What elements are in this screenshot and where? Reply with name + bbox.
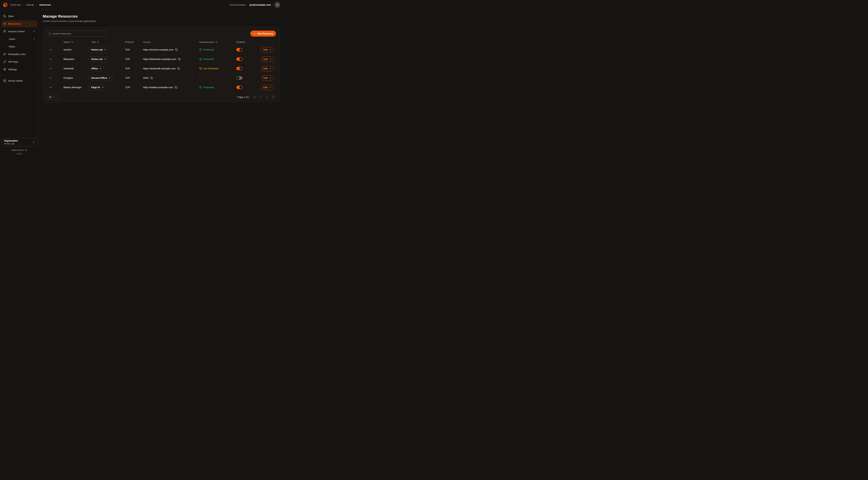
auth-status: Protected (199, 86, 214, 89)
sidebar-item-shareable-links[interactable]: Shareable Links (1, 51, 37, 58)
sort-icon (71, 41, 73, 43)
add-resource-button[interactable]: Add Resource (250, 31, 276, 36)
row-menu-icon[interactable] (49, 48, 52, 51)
sidebar-item-server-admin[interactable]: Server Admin (1, 77, 37, 84)
site-link[interactable]: Home Lab (89, 47, 108, 53)
breadcrumb-section[interactable]: settings (26, 3, 34, 6)
row-menu-icon[interactable] (49, 77, 52, 80)
open-source-link[interactable]: Open Source (1, 149, 37, 151)
sidebar-item-roles[interactable]: Roles (1, 43, 37, 50)
enabled-toggle[interactable] (236, 57, 243, 61)
sidebar-item-label: Roles (9, 45, 15, 48)
organization-selector[interactable]: Organization Home Lab (2, 138, 37, 146)
edit-button[interactable]: Edit (261, 75, 274, 81)
auth-status: Not Protected (199, 67, 218, 70)
copy-icon[interactable] (175, 86, 178, 89)
server-icon (3, 79, 6, 82)
external-link-icon (25, 149, 27, 151)
chevron-right-icon (36, 4, 38, 6)
table-row: Bitwarden Home Lab TCP https://bitwarden… (46, 54, 276, 64)
sidebar-item-resources[interactable]: Resources (1, 20, 37, 27)
auth-status: Protected (199, 48, 214, 51)
enabled-toggle[interactable] (236, 67, 243, 70)
sidebar-item-sites[interactable]: Sites (1, 13, 37, 20)
enabled-toggle[interactable] (236, 76, 243, 80)
copy-icon[interactable] (177, 67, 180, 70)
chevron-down-icon (53, 96, 55, 98)
row-menu-icon[interactable] (49, 67, 52, 70)
copy-icon[interactable] (175, 48, 178, 51)
shield-check-icon (199, 58, 202, 60)
gear-icon (3, 68, 6, 71)
documentation-link[interactable]: Documentation (229, 3, 246, 6)
topbar: home-lab settings resources Documentatio… (0, 0, 284, 10)
sidebar-item-access-control[interactable]: Access Control (1, 28, 37, 35)
chevron-right-icon (266, 96, 268, 98)
sidebar-divider (0, 75, 39, 75)
edit-button[interactable]: Edit (261, 66, 274, 71)
page-indicator: Page 1 of 1 (238, 96, 250, 98)
resource-access: https://battery.example.com (143, 86, 173, 89)
chevrons-up-down-icon (32, 141, 35, 144)
users-icon (3, 30, 6, 33)
column-header-name[interactable]: Name (59, 41, 87, 43)
pangolin-logo-icon[interactable] (2, 2, 8, 8)
first-page-button[interactable] (252, 95, 257, 99)
resource-access: https://authentik.example.com (143, 67, 176, 70)
breadcrumb-org[interactable]: home-lab (10, 3, 21, 6)
resource-access: https://bitwarden.example.com (143, 58, 176, 60)
arrow-right-icon (269, 49, 272, 51)
site-link[interactable]: Edge 01 (89, 85, 106, 90)
edit-button[interactable]: Edit (261, 57, 274, 62)
resource-protocol: TCP (121, 58, 139, 60)
site-link[interactable]: Office (89, 66, 104, 71)
search-box (46, 31, 106, 36)
resource-protocol: TCP (121, 67, 139, 70)
arrow-up-right-icon (104, 49, 106, 51)
combine-icon (3, 14, 6, 18)
search-input[interactable] (53, 32, 104, 35)
sidebar-item-api-keys[interactable]: API Keys (1, 58, 37, 65)
sidebar: Sites Resources Access Control Users Rol (0, 10, 39, 157)
search-icon (49, 32, 51, 35)
avatar[interactable]: J (275, 2, 280, 8)
copy-icon[interactable] (150, 77, 153, 80)
site-link[interactable]: Second Office (89, 75, 113, 81)
link-icon (3, 53, 6, 56)
resource-name: Authentik (59, 67, 87, 70)
shield-check-icon (199, 48, 202, 51)
arrow-right-icon (269, 58, 272, 60)
resource-name: Bitwarden (59, 58, 87, 60)
page-size-select[interactable]: 20 (47, 95, 58, 99)
sidebar-item-label: Resources (8, 23, 21, 25)
sidebar-item-label: Users (9, 38, 15, 40)
column-header-access: Access (139, 41, 195, 43)
breadcrumb: home-lab settings resources (10, 3, 51, 6)
sidebar-item-label: API Keys (8, 60, 18, 63)
column-header-authentication[interactable]: Authentication (195, 41, 232, 43)
edit-button[interactable]: Edit (261, 47, 274, 53)
enabled-toggle[interactable] (236, 86, 243, 89)
last-page-button[interactable] (271, 95, 276, 99)
chevron-left-icon (260, 96, 262, 98)
shield-check-icon (199, 86, 202, 89)
column-header-site[interactable]: Site (87, 41, 121, 43)
organization-value: Home Lab (4, 143, 18, 145)
chevrons-right-icon (272, 96, 274, 98)
sidebar-item-users[interactable]: Users (1, 35, 37, 42)
row-menu-icon[interactable] (49, 86, 52, 89)
arrow-right-icon (269, 77, 272, 79)
row-menu-icon[interactable] (49, 58, 52, 61)
sidebar-item-settings[interactable]: Settings (1, 66, 37, 73)
site-link[interactable]: Home Lab (89, 56, 108, 62)
enabled-toggle[interactable] (236, 48, 243, 51)
edit-button[interactable]: Edit (261, 85, 274, 90)
resource-protocol: TCP (121, 77, 139, 79)
copy-icon[interactable] (178, 58, 181, 61)
waypoints-icon (3, 22, 6, 25)
next-page-button[interactable] (265, 95, 270, 99)
plus-icon (253, 32, 256, 35)
sidebar-item-label: Settings (8, 68, 17, 71)
page-title: Manage Resources (43, 14, 280, 19)
previous-page-button[interactable] (258, 95, 263, 99)
